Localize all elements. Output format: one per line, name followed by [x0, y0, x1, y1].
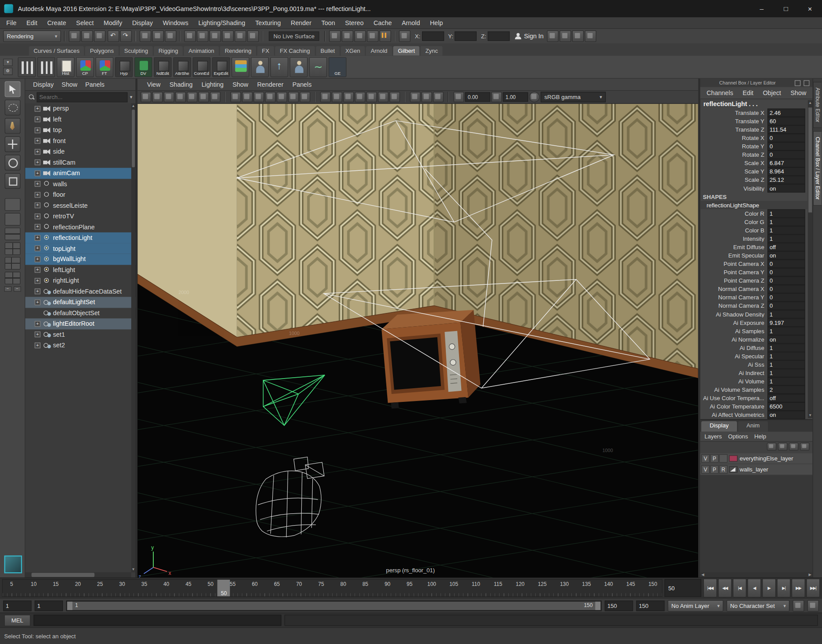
shelf-item-hypershade[interactable]: Hyp — [115, 57, 133, 77]
channel-value-field[interactable]: 60 — [767, 117, 805, 125]
layer-visibility-toggle[interactable]: V — [701, 454, 710, 463]
expand-toggle-icon[interactable] — [35, 246, 41, 251]
channel-label[interactable]: Ai Shadow Density — [700, 311, 768, 317]
channel-value-field[interactable]: 1 — [767, 377, 805, 386]
expand-toggle-icon[interactable] — [35, 267, 41, 273]
search-filter-dropdown-icon[interactable]: ▾ — [130, 94, 132, 99]
channel-label[interactable]: Intensity — [700, 236, 768, 242]
layout-prev-button[interactable]: – — [4, 287, 11, 292]
select-hierarchy-icon[interactable] — [140, 30, 151, 42]
layer-color-swatch[interactable] — [729, 455, 737, 461]
scrollbar-thumb[interactable] — [808, 107, 812, 212]
render-current-frame-icon[interactable] — [342, 30, 353, 42]
scene-3d-view[interactable]: y x z 2000 1000 1000 persp (rs_floor_01) — [137, 104, 698, 579]
render-settings-icon[interactable] — [367, 30, 378, 42]
playback-end-field[interactable]: 150 — [605, 600, 633, 611]
channel-label[interactable]: Scale Y — [700, 169, 768, 175]
shape-node-name[interactable]: reflectionLightShape — [700, 201, 807, 209]
timeline-track[interactable]: 5101520253035404550556065707580859095100… — [2, 579, 663, 597]
color-management-icon[interactable] — [529, 92, 540, 103]
snap-to-view-plane-icon[interactable] — [235, 30, 246, 42]
select-camera-icon[interactable] — [141, 92, 151, 103]
expand-toggle-icon[interactable] — [35, 127, 41, 133]
channel-value-field[interactable]: 1 — [767, 369, 805, 377]
expand-toggle-icon[interactable] — [35, 117, 41, 122]
layer-color-swatch[interactable] — [729, 466, 737, 472]
viewport-menu-item[interactable]: Panels — [293, 81, 312, 88]
channel-value-field[interactable]: 6.847 — [767, 159, 805, 167]
shelf-tab[interactable]: Zync — [421, 46, 443, 55]
expand-toggle-icon[interactable] — [35, 342, 41, 348]
rotate-tool[interactable] — [4, 155, 20, 171]
expand-toggle-icon[interactable] — [35, 138, 41, 144]
command-input-field[interactable] — [33, 615, 281, 626]
channel-value-field[interactable]: on — [767, 335, 805, 343]
channel-label[interactable]: Point Camera Y — [700, 269, 768, 275]
select-component-icon[interactable] — [165, 30, 176, 42]
expand-toggle-icon[interactable] — [35, 106, 41, 111]
shelf-item-ft[interactable]: FT — [96, 57, 114, 77]
channel-box-menu-item[interactable]: Show — [790, 89, 806, 97]
2d-pan-zoom-icon[interactable] — [198, 92, 209, 103]
layer-playback-toggle[interactable]: P — [710, 465, 718, 474]
channel-label[interactable]: Ai Color Temperature — [700, 403, 768, 409]
resolution-gate-icon[interactable] — [254, 92, 264, 103]
animation-end-field[interactable]: 150 — [636, 600, 664, 611]
go-to-start-button[interactable]: |◀◀ — [704, 578, 717, 597]
layer-editor-scrollbar[interactable]: ◀ ▶ — [700, 572, 813, 578]
channel-value-field[interactable]: 0 — [767, 276, 805, 285]
group-separator[interactable] — [393, 31, 397, 41]
layout-three-panes-split-bottom[interactable] — [4, 272, 20, 284]
bookmarks-icon[interactable] — [175, 92, 186, 103]
outliner-row[interactable]: lightEditorRoot — [25, 318, 135, 329]
expand-toggle-icon[interactable] — [35, 181, 41, 187]
menu-item[interactable]: Toon — [322, 19, 335, 26]
input-field-selector-icon[interactable] — [399, 30, 411, 42]
undo-icon[interactable] — [107, 30, 119, 42]
channel-value-field[interactable]: 0 — [767, 134, 805, 142]
open-scene-icon[interactable] — [81, 30, 93, 42]
viewport-menu-item[interactable]: Lighting — [201, 81, 223, 88]
expand-toggle-icon[interactable] — [35, 160, 41, 166]
play-backwards-button[interactable]: ◀ — [748, 578, 761, 597]
grid-toggle-icon[interactable] — [230, 92, 241, 103]
viewport-menu-item[interactable]: View — [147, 81, 161, 88]
select-object-icon[interactable] — [152, 30, 164, 42]
command-result-field[interactable] — [285, 615, 818, 626]
outliner-menu-item[interactable]: Panels — [85, 81, 105, 88]
outliner-row[interactable]: set1 — [25, 329, 135, 340]
outliner-menu-item[interactable]: Show — [62, 81, 78, 88]
channel-value-field[interactable]: 1 — [767, 209, 805, 217]
outliner-row[interactable]: leftLight — [25, 265, 135, 275]
shelf-tab[interactable]: FX — [257, 46, 274, 55]
layer-row[interactable]: V P everythingElse_layer — [700, 453, 813, 464]
channel-value-field[interactable]: 0 — [767, 285, 805, 293]
shelf-item-bars-2[interactable] — [37, 57, 56, 77]
expand-toggle-icon[interactable] — [35, 202, 41, 208]
menu-set-selector[interactable]: Rendering▾ — [3, 30, 61, 42]
channel-value-field[interactable]: off — [767, 243, 805, 251]
new-empty-layer-icon[interactable] — [789, 443, 798, 451]
channel-label[interactable]: Ai Normalize — [700, 336, 768, 342]
channel-value-field[interactable]: 25.12 — [767, 176, 805, 184]
shelf-tab[interactable]: Animation — [184, 46, 219, 55]
channel-label[interactable]: Point Camera Z — [700, 277, 768, 283]
shelf-item-cp[interactable]: CP — [76, 57, 94, 77]
channel-value-field[interactable]: 0 — [767, 151, 805, 159]
new-scene-icon[interactable] — [69, 30, 80, 42]
ipr-render-icon[interactable] — [355, 30, 366, 42]
shelf-item-node-network[interactable] — [231, 57, 249, 77]
use-all-lights-icon[interactable] — [355, 92, 366, 103]
expand-toggle-icon[interactable] — [35, 170, 41, 176]
undock-icon[interactable] — [795, 80, 800, 86]
channel-value-field[interactable]: 1 — [767, 361, 805, 369]
safe-title-icon[interactable] — [300, 92, 310, 103]
maya-cube-icon[interactable] — [4, 556, 22, 574]
viewport-canvas[interactable]: y x z 2000 1000 1000 persp (rs_floor_01) — [137, 104, 698, 579]
expand-toggle-icon[interactable] — [35, 192, 41, 198]
retro-tv-model[interactable] — [381, 310, 480, 408]
channel-label[interactable]: Rotate Y — [700, 143, 768, 149]
step-back-frame-button[interactable]: ◀◀ — [718, 578, 732, 597]
layer-editor-menu-item[interactable]: Options — [728, 433, 748, 439]
save-scene-icon[interactable] — [94, 30, 105, 42]
